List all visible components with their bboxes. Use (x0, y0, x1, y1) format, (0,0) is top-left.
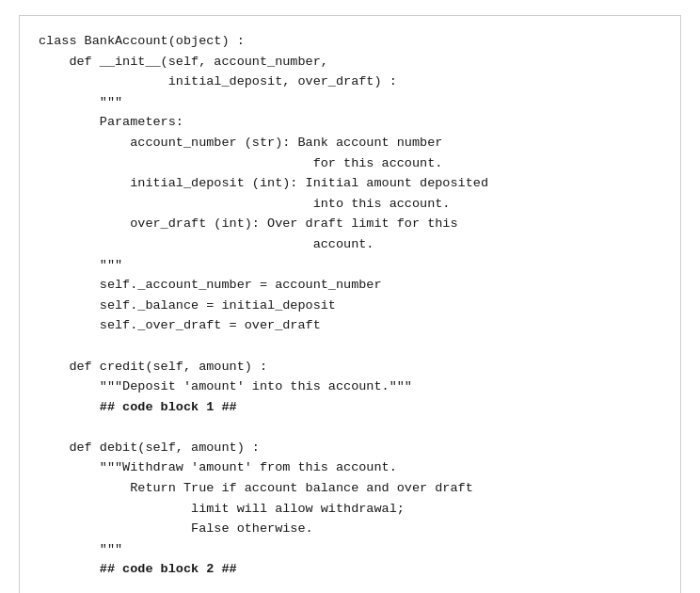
code-line: False otherwise. (39, 519, 661, 539)
code-line: account_number (str): Bank account numbe… (39, 133, 661, 153)
code-line: over_draft (int): Over draft limit for t… (39, 214, 661, 234)
code-line: def debit(self, amount) : (39, 438, 661, 458)
code-line: initial_deposit, over_draft) : (39, 72, 661, 92)
code-line: self._balance = initial_deposit (39, 296, 661, 316)
code-line: self._account_number = account_number (39, 275, 661, 296)
code-line (39, 336, 661, 357)
code-line: """Withdraw 'amount' from this account. (39, 457, 661, 478)
code-line: """ (39, 539, 661, 560)
code-line: self._over_draft = over_draft (39, 315, 661, 336)
code-line: limit will allow withdrawal; (39, 499, 661, 520)
code-line: initial_deposit (int): Initial amount de… (39, 173, 661, 194)
code-line: """Deposit 'amount' into this account.""… (39, 377, 661, 397)
code-line: def credit(self, amount) : (39, 357, 661, 377)
code-line: Parameters: (39, 112, 661, 133)
code-line: """ (39, 92, 661, 113)
code-block: class BankAccount(object) : def __init__… (19, 15, 681, 593)
code-line: for this account. (39, 153, 661, 174)
code-line: class BankAccount(object) : (39, 31, 661, 52)
code-line: account. (39, 234, 661, 255)
code-line: """ (39, 255, 661, 276)
code-line: into this account. (39, 194, 661, 215)
code-line: def __init__(self, account_number, (39, 52, 661, 72)
code-line (39, 417, 661, 438)
code-line: Return True if account balance and over … (39, 478, 661, 499)
code-line: ## code block 2 ## (39, 559, 661, 580)
code-line: ## code block 1 ## (39, 397, 661, 418)
